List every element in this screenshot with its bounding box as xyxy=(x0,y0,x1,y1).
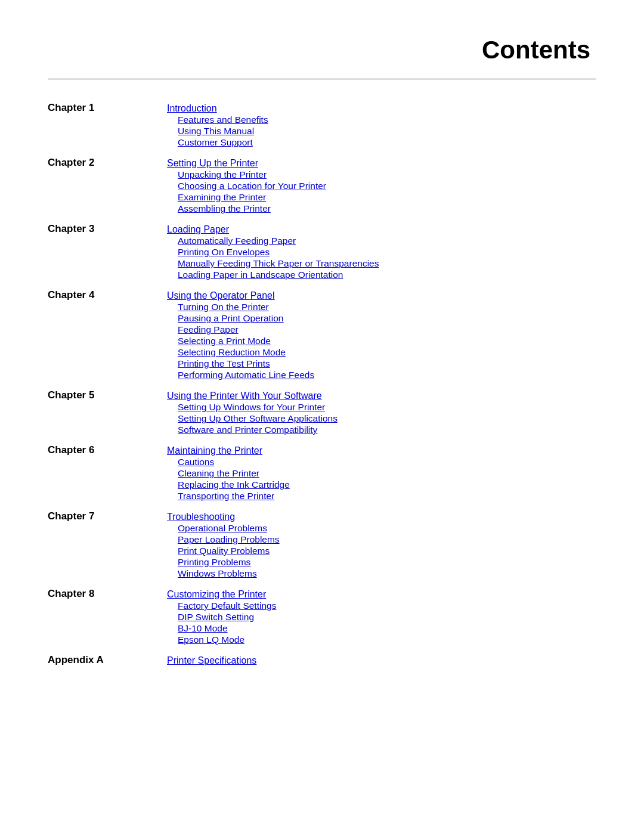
chapter-sub-link[interactable]: Examining the Printer xyxy=(178,192,596,203)
chapter-label: Chapter 5 xyxy=(48,383,167,438)
toc-row: Chapter 4Using the Operator PanelTurning… xyxy=(48,283,596,383)
chapter-sub-link[interactable]: Manually Feeding Thick Paper or Transpar… xyxy=(178,258,596,269)
chapter-sub-link[interactable]: BJ-10 Mode xyxy=(178,623,596,634)
links-cell: Using the Operator PanelTurning On the P… xyxy=(167,283,596,383)
chapter-sub-link[interactable]: Automatically Feeding Paper xyxy=(178,236,596,246)
chapter-sub-link[interactable]: Cleaning the Printer xyxy=(178,468,596,479)
chapter-main-link[interactable]: Using the Operator Panel xyxy=(167,290,596,301)
chapter-sub-link[interactable]: Choosing a Location for Your Printer xyxy=(178,181,596,191)
toc-row: Chapter 3Loading PaperAutomatically Feed… xyxy=(48,217,596,283)
chapter-sub-link[interactable]: Setting Up Windows for Your Printer xyxy=(178,402,596,413)
chapter-main-link[interactable]: Troubleshooting xyxy=(167,512,596,522)
toc-row: Chapter 5Using the Printer With Your Sof… xyxy=(48,383,596,438)
chapter-label: Chapter 8 xyxy=(48,582,167,648)
chapter-sub-link[interactable]: Windows Problems xyxy=(178,568,596,579)
page-title: Contents xyxy=(48,36,596,64)
divider xyxy=(48,79,596,79)
toc-row: Chapter 1IntroductionFeatures and Benefi… xyxy=(48,96,596,151)
chapter-sub-link[interactable]: Paper Loading Problems xyxy=(178,534,596,545)
chapter-sub-link[interactable]: Printing Problems xyxy=(178,557,596,568)
chapter-sub-link[interactable]: Operational Problems xyxy=(178,523,596,534)
links-cell: IntroductionFeatures and BenefitsUsing T… xyxy=(167,96,596,151)
chapter-sub-link[interactable]: Feeding Paper xyxy=(178,324,596,335)
chapter-sub-link[interactable]: Pausing a Print Operation xyxy=(178,313,596,324)
chapter-main-link[interactable]: Using the Printer With Your Software xyxy=(167,391,596,401)
chapter-sub-link[interactable]: Features and Benefits xyxy=(178,114,596,125)
toc-row: Chapter 2Setting Up the PrinterUnpacking… xyxy=(48,151,596,217)
toc-row: Chapter 6Maintaining the PrinterCautions… xyxy=(48,438,596,504)
chapter-sub-link[interactable]: Using This Manual xyxy=(178,126,596,137)
chapter-main-link[interactable]: Setting Up the Printer xyxy=(167,158,596,169)
chapter-sub-link[interactable]: Transporting the Printer xyxy=(178,491,596,501)
toc-row: Appendix APrinter Specifications xyxy=(48,648,596,669)
links-cell: Using the Printer With Your SoftwareSett… xyxy=(167,383,596,438)
toc-row: Chapter 8Customizing the PrinterFactory … xyxy=(48,582,596,648)
chapter-sub-link[interactable]: Replacing the Ink Cartridge xyxy=(178,479,596,490)
chapter-label: Chapter 7 xyxy=(48,504,167,582)
chapter-sub-link[interactable]: Selecting Reduction Mode xyxy=(178,347,596,358)
chapter-label: Chapter 1 xyxy=(48,96,167,151)
chapter-sub-link[interactable]: Print Quality Problems xyxy=(178,546,596,556)
links-cell: Loading PaperAutomatically Feeding Paper… xyxy=(167,217,596,283)
links-cell: Printer Specifications xyxy=(167,648,596,669)
toc-table: Chapter 1IntroductionFeatures and Benefi… xyxy=(48,96,596,669)
chapter-sub-link[interactable]: Turning On the Printer xyxy=(178,302,596,312)
chapter-main-link[interactable]: Introduction xyxy=(167,103,596,114)
chapter-sub-link[interactable]: Factory Default Settings xyxy=(178,600,596,611)
links-cell: TroubleshootingOperational ProblemsPaper… xyxy=(167,504,596,582)
chapter-sub-link[interactable]: Loading Paper in Landscape Orientation xyxy=(178,270,596,280)
links-cell: Customizing the PrinterFactory Default S… xyxy=(167,582,596,648)
chapter-label: Chapter 4 xyxy=(48,283,167,383)
links-cell: Setting Up the PrinterUnpacking the Prin… xyxy=(167,151,596,217)
chapter-label: Chapter 6 xyxy=(48,438,167,504)
chapter-sub-link[interactable]: DIP Switch Setting xyxy=(178,612,596,623)
chapter-label: Chapter 2 xyxy=(48,151,167,217)
chapter-sub-link[interactable]: Printing the Test Prints xyxy=(178,358,596,369)
chapter-label: Appendix A xyxy=(48,648,167,669)
chapter-sub-link[interactable]: Software and Printer Compatibility xyxy=(178,425,596,435)
chapter-sub-link[interactable]: Setting Up Other Software Applications xyxy=(178,413,596,424)
chapter-sub-link[interactable]: Assembling the Printer xyxy=(178,203,596,214)
chapter-sub-link[interactable]: Customer Support xyxy=(178,137,596,148)
chapter-sub-link[interactable]: Unpacking the Printer xyxy=(178,169,596,180)
chapter-label: Chapter 3 xyxy=(48,217,167,283)
chapter-main-link[interactable]: Customizing the Printer xyxy=(167,589,596,600)
toc-row: Chapter 7TroubleshootingOperational Prob… xyxy=(48,504,596,582)
chapter-sub-link[interactable]: Performing Automatic Line Feeds xyxy=(178,370,596,380)
links-cell: Maintaining the PrinterCautionsCleaning … xyxy=(167,438,596,504)
chapter-main-link[interactable]: Loading Paper xyxy=(167,224,596,235)
chapter-sub-link[interactable]: Cautions xyxy=(178,457,596,467)
chapter-main-link[interactable]: Printer Specifications xyxy=(167,655,596,666)
chapter-sub-link[interactable]: Epson LQ Mode xyxy=(178,634,596,645)
chapter-sub-link[interactable]: Printing On Envelopes xyxy=(178,247,596,258)
chapter-sub-link[interactable]: Selecting a Print Mode xyxy=(178,336,596,346)
chapter-main-link[interactable]: Maintaining the Printer xyxy=(167,445,596,456)
